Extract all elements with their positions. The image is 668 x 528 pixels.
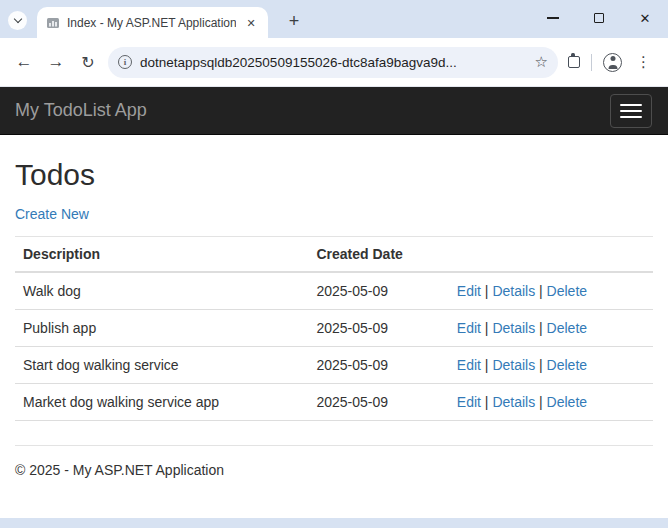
new-tab-button[interactable]: +: [281, 9, 307, 35]
details-link[interactable]: Details: [492, 320, 535, 336]
forward-button[interactable]: →: [40, 46, 72, 78]
extensions-icon[interactable]: [568, 56, 580, 68]
minimize-icon: [547, 17, 559, 19]
page-body: Todos Create New Description Created Dat…: [0, 135, 668, 478]
chevron-down-icon: [13, 15, 21, 23]
navbar-toggle-button[interactable]: [610, 94, 652, 128]
details-link[interactable]: Details: [492, 394, 535, 410]
table-row: Start dog walking service 2025-05-09 Edi…: [15, 347, 653, 384]
action-separator: |: [539, 394, 543, 410]
close-icon: ✕: [640, 12, 651, 25]
delete-link[interactable]: Delete: [547, 394, 587, 410]
column-header-created-date: Created Date: [308, 237, 448, 273]
hamburger-icon: [620, 110, 642, 112]
cell-created-date: 2025-05-09: [308, 310, 448, 347]
browser-toolbar: ← → ↻ i dotnetappsqldb20250509155026-dtc…: [0, 38, 668, 87]
app-navbar: My TodoList App: [0, 87, 668, 135]
browser-tab-strip: Index - My ASP.NET Application ✕ + ✕: [0, 0, 668, 38]
reload-button[interactable]: ↻: [72, 46, 104, 78]
edit-link[interactable]: Edit: [457, 283, 481, 299]
cell-actions: Edit | Details | Delete: [449, 347, 653, 384]
browser-tab[interactable]: Index - My ASP.NET Application ✕: [37, 7, 268, 38]
edit-link[interactable]: Edit: [457, 320, 481, 336]
action-separator: |: [485, 320, 489, 336]
maximize-icon: [594, 13, 604, 23]
cell-created-date: 2025-05-09: [308, 272, 448, 310]
cell-actions: Edit | Details | Delete: [449, 272, 653, 310]
create-new-link[interactable]: Create New: [15, 206, 89, 222]
todos-table: Description Created Date Walk dog 2025-0…: [15, 236, 653, 421]
navbar-brand-link[interactable]: My TodoList App: [15, 100, 147, 121]
action-separator: |: [485, 357, 489, 373]
address-bar[interactable]: i dotnetappsqldb20250509155026-dtc8afa9b…: [108, 47, 558, 78]
action-separator: |: [485, 283, 489, 299]
tab-close-icon[interactable]: ✕: [243, 15, 259, 31]
cell-actions: Edit | Details | Delete: [449, 310, 653, 347]
action-separator: |: [485, 394, 489, 410]
window-controls: ✕: [530, 0, 668, 36]
edit-link[interactable]: Edit: [457, 357, 481, 373]
window-frame-bottom: [0, 518, 668, 528]
tab-title: Index - My ASP.NET Application: [67, 16, 236, 30]
column-header-actions: [449, 237, 653, 273]
hamburger-icon: [620, 116, 642, 118]
details-link[interactable]: Details: [492, 283, 535, 299]
cell-description: Walk dog: [15, 272, 308, 310]
table-row: Publish app 2025-05-09 Edit | Details | …: [15, 310, 653, 347]
tab-search-button[interactable]: [8, 11, 27, 30]
footer-divider: [15, 445, 653, 446]
toolbar-separator: [591, 54, 592, 71]
delete-link[interactable]: Delete: [547, 357, 587, 373]
toolbar-right-icons: ⋮: [566, 53, 660, 72]
hamburger-icon: [620, 104, 642, 106]
minimize-button[interactable]: [530, 0, 576, 36]
close-button[interactable]: ✕: [622, 0, 668, 36]
site-info-icon[interactable]: i: [118, 55, 132, 69]
action-separator: |: [539, 320, 543, 336]
table-header-row: Description Created Date: [15, 237, 653, 273]
site-favicon-icon: [46, 16, 60, 30]
url-text[interactable]: dotnetappsqldb20250509155026-dtc8afa9bag…: [140, 55, 527, 70]
cell-created-date: 2025-05-09: [308, 384, 448, 421]
cell-created-date: 2025-05-09: [308, 347, 448, 384]
maximize-button[interactable]: [576, 0, 622, 36]
delete-link[interactable]: Delete: [547, 283, 587, 299]
browser-menu-icon[interactable]: ⋮: [633, 53, 654, 71]
action-separator: |: [539, 283, 543, 299]
details-link[interactable]: Details: [492, 357, 535, 373]
cell-description: Publish app: [15, 310, 308, 347]
back-button[interactable]: ←: [8, 46, 40, 78]
edit-link[interactable]: Edit: [457, 394, 481, 410]
cell-description: Market dog walking service app: [15, 384, 308, 421]
action-separator: |: [539, 357, 543, 373]
profile-avatar-icon[interactable]: [603, 53, 622, 72]
bookmark-star-icon[interactable]: ☆: [535, 53, 548, 71]
column-header-description: Description: [15, 237, 308, 273]
table-row: Walk dog 2025-05-09 Edit | Details | Del…: [15, 272, 653, 310]
footer-copyright: © 2025 - My ASP.NET Application: [15, 462, 653, 478]
page-title: Todos: [15, 158, 653, 192]
cell-actions: Edit | Details | Delete: [449, 384, 653, 421]
table-row: Market dog walking service app 2025-05-0…: [15, 384, 653, 421]
cell-description: Start dog walking service: [15, 347, 308, 384]
delete-link[interactable]: Delete: [547, 320, 587, 336]
